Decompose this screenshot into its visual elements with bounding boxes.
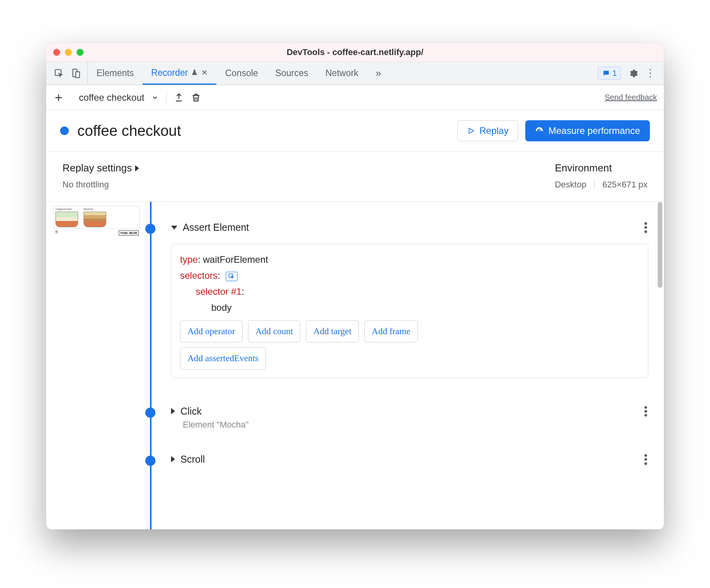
recorder-toolbar: coffee checkout Send feedback bbox=[46, 85, 664, 110]
measure-performance-button[interactable]: Measure performance bbox=[525, 120, 650, 141]
caret-right-icon bbox=[171, 456, 175, 462]
add-attribute-chips: Add operator Add count Add target Add fr… bbox=[180, 320, 639, 342]
chevron-down-icon bbox=[152, 94, 159, 101]
caret-right-icon bbox=[171, 408, 175, 414]
step-kebab-icon[interactable]: ••• bbox=[644, 453, 648, 465]
step-title: Scroll bbox=[180, 454, 205, 465]
message-icon bbox=[602, 69, 610, 77]
step-header[interactable]: Scroll ••• bbox=[171, 453, 648, 465]
step-title: Assert Element bbox=[183, 222, 249, 233]
screenshot-thumbnail[interactable]: Cappuccino Mocha bbox=[54, 206, 140, 229]
close-tab-icon[interactable]: ✕ bbox=[201, 68, 208, 77]
play-icon bbox=[467, 127, 475, 135]
env-viewport: 625×671 px bbox=[602, 180, 648, 190]
caret-down-icon bbox=[171, 226, 177, 230]
step-title: Click bbox=[180, 406, 202, 417]
pick-selector-icon[interactable] bbox=[226, 272, 237, 281]
titlebar: DevTools - coffee-cart.netlify.app/ bbox=[46, 43, 664, 62]
scrollbar[interactable] bbox=[658, 202, 662, 288]
close-window-button[interactable] bbox=[53, 49, 60, 56]
flask-icon bbox=[191, 69, 198, 76]
messages-count: 1 bbox=[612, 69, 617, 78]
replay-button[interactable]: Replay bbox=[457, 120, 519, 141]
messages-badge[interactable]: 1 bbox=[598, 67, 621, 80]
step-scroll: Scroll ••• bbox=[171, 453, 648, 465]
chip-add-assertedevents[interactable]: Add assertedEvents bbox=[180, 347, 266, 369]
tab-recorder[interactable]: Recorder ✕ bbox=[143, 62, 217, 85]
step-kebab-icon[interactable]: ••• bbox=[644, 221, 648, 233]
tab-console[interactable]: Console bbox=[216, 62, 266, 85]
chip-add-count[interactable]: Add count bbox=[248, 320, 300, 342]
replay-settings-toggle[interactable]: Replay settings bbox=[62, 162, 139, 174]
divider bbox=[594, 180, 594, 190]
recording-title: coffee checkout bbox=[77, 123, 181, 139]
step-details: type: waitForElement selectors: selector… bbox=[171, 244, 648, 378]
env-device: Desktop bbox=[555, 180, 587, 190]
window-title: DevTools - coffee-cart.netlify.app/ bbox=[46, 47, 664, 57]
step-click: Click ••• Element "Mocha" bbox=[171, 405, 648, 430]
inspect-element-icon[interactable] bbox=[54, 68, 64, 78]
tab-network[interactable]: Network bbox=[317, 62, 367, 85]
export-icon[interactable] bbox=[174, 93, 184, 103]
devtools-window: DevTools - coffee-cart.netlify.app/ Elem… bbox=[46, 43, 664, 529]
content-area: Cappuccino Mocha bbox=[46, 202, 664, 529]
step-assert-element: Assert Element ••• type: waitForElement … bbox=[171, 221, 648, 378]
thumbnail-footer: ☰ Total: $0.00 bbox=[54, 230, 140, 237]
step-dot-icon bbox=[145, 456, 155, 466]
step-subtitle: Element "Mocha" bbox=[183, 420, 648, 430]
devtools-tabbar: Elements Recorder ✕ Console Sources Netw… bbox=[46, 62, 664, 85]
throttling-value: No throttling bbox=[62, 180, 139, 190]
cup1-label: Cappuccino bbox=[55, 207, 81, 211]
chip-add-target[interactable]: Add target bbox=[306, 320, 359, 342]
recording-header: coffee checkout Replay Measure performan… bbox=[46, 110, 664, 152]
gauge-icon bbox=[535, 127, 544, 135]
step-dot-icon bbox=[145, 408, 155, 418]
settings-gear-icon[interactable] bbox=[628, 68, 638, 78]
chip-add-frame[interactable]: Add frame bbox=[364, 320, 418, 342]
cup2-label: Mocha bbox=[84, 207, 109, 211]
caret-right-icon bbox=[135, 165, 139, 171]
status-dot-icon bbox=[60, 127, 69, 135]
more-tabs-button[interactable]: » bbox=[367, 62, 390, 85]
timeline-line bbox=[150, 202, 152, 529]
tab-sources[interactable]: Sources bbox=[267, 62, 317, 85]
chip-add-operator[interactable]: Add operator bbox=[180, 320, 243, 342]
environment-label: Environment bbox=[555, 162, 648, 174]
step-kebab-icon[interactable]: ••• bbox=[644, 405, 648, 417]
add-recording-icon[interactable] bbox=[53, 92, 64, 103]
recording-dropdown[interactable]: coffee checkout bbox=[79, 90, 167, 105]
step-header[interactable]: Click ••• bbox=[171, 405, 648, 417]
recording-name: coffee checkout bbox=[79, 92, 144, 103]
steps-timeline: Assert Element ••• type: waitForElement … bbox=[140, 202, 664, 529]
tab-elements[interactable]: Elements bbox=[88, 62, 143, 85]
settings-row: Replay settings No throttling Environmen… bbox=[46, 152, 664, 202]
step-header[interactable]: Assert Element ••• bbox=[171, 221, 648, 233]
minimize-window-button[interactable] bbox=[65, 49, 72, 56]
screenshot-thumbnail-column: Cappuccino Mocha bbox=[46, 202, 140, 529]
kebab-menu-icon[interactable]: ⋮ bbox=[645, 67, 655, 79]
delete-icon[interactable] bbox=[191, 93, 201, 103]
svg-rect-2 bbox=[76, 71, 80, 77]
window-controls bbox=[53, 49, 84, 56]
step-dot-icon bbox=[145, 224, 155, 234]
maximize-window-button[interactable] bbox=[77, 49, 84, 56]
device-toolbar-icon[interactable] bbox=[71, 68, 81, 78]
send-feedback-link[interactable]: Send feedback bbox=[605, 93, 657, 102]
